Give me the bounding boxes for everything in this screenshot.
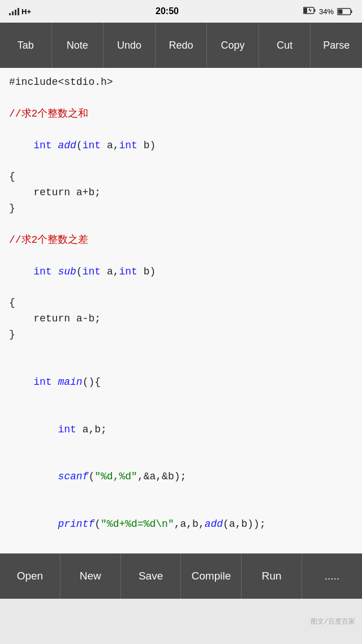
func-add: add xyxy=(58,140,76,151)
scanf-format: "%d,%d" xyxy=(94,471,137,482)
code-line-sub-decl: int sub(int a,int b) xyxy=(9,248,353,296)
code-line-include: #include<stdio.h> xyxy=(9,75,353,91)
top-toolbar: Tab Note Undo Redo Copy Cut Parse xyxy=(0,23,362,68)
compile-button[interactable]: Compile xyxy=(181,553,242,599)
open-button[interactable]: Open xyxy=(0,553,61,599)
time-display: 20:50 xyxy=(156,6,179,16)
code-line-scanf: scanf("%d,%d",&a,&b); xyxy=(9,453,353,501)
copy-button[interactable]: Copy xyxy=(207,23,259,68)
svg-rect-2 xyxy=(314,9,315,12)
indent3 xyxy=(33,518,58,530)
svg-rect-4 xyxy=(338,9,343,14)
code-line-int-ab: int a,b; xyxy=(9,406,353,454)
bottom-toolbar: Open New Save Compile Run ..... xyxy=(0,553,362,599)
add-param-a: a, xyxy=(107,140,119,151)
code-line-blank3 xyxy=(9,343,353,359)
watermark-text: 图文/百度百家 xyxy=(311,617,355,626)
run-button[interactable]: Run xyxy=(242,553,302,599)
save-button[interactable]: Save xyxy=(121,553,182,599)
sub-param-a: a, xyxy=(107,266,119,277)
keyword-int1: int xyxy=(33,140,58,151)
keyword-int2: int xyxy=(83,140,107,151)
printf1-add-call: add xyxy=(205,518,223,530)
battery-bar-icon xyxy=(337,8,353,15)
new-button[interactable]: New xyxy=(61,553,121,599)
note-button[interactable]: Note xyxy=(52,23,104,68)
printf1-add-args: (a,b)); xyxy=(223,518,266,530)
code-line-printf-sub: printf("%d-%d=%d\n",a,b,sub(a,b)); xyxy=(9,548,353,553)
printf1-paren: ( xyxy=(94,518,101,530)
redo-button[interactable]: Redo xyxy=(156,23,208,68)
code-line-brace2: } xyxy=(9,201,353,217)
printf1-args-ab: ,a,b, xyxy=(174,518,205,530)
parse-button[interactable]: Parse xyxy=(311,23,362,68)
code-line-return-add: return a+b; xyxy=(9,185,353,201)
code-line-brace4: } xyxy=(9,327,353,343)
func-scanf: scanf xyxy=(58,471,88,482)
battery-icon xyxy=(303,7,316,16)
signal-type: H+ xyxy=(21,7,31,16)
indent2 xyxy=(33,471,58,482)
keyword-int7: int xyxy=(33,376,58,388)
code-line-blank2 xyxy=(9,217,353,233)
scanf-paren-open: ( xyxy=(88,471,94,482)
printf1-format: "%d+%d=%d\n" xyxy=(101,518,174,530)
code-line-blank1 xyxy=(9,91,353,106)
cut-button[interactable]: Cut xyxy=(259,23,311,68)
code-line-return-sub: return a-b; xyxy=(9,311,353,327)
keyword-int3: int xyxy=(119,140,143,151)
func-sub: sub xyxy=(58,266,76,277)
main-parens: (){ xyxy=(83,376,101,388)
sub-params: ( xyxy=(76,266,83,277)
svg-rect-5 xyxy=(351,10,352,13)
keyword-int8: int xyxy=(58,424,82,435)
vars-ab: a,b; xyxy=(83,424,107,435)
keyword-int6: int xyxy=(119,266,143,277)
undo-button[interactable]: Undo xyxy=(104,23,156,68)
code-line-add-decl: int add(int a,int b) xyxy=(9,122,353,170)
indent1 xyxy=(33,424,58,435)
tab-button[interactable]: Tab xyxy=(0,23,52,68)
code-line-printf-add: printf("%d+%d=%d\n",a,b,add(a,b)); xyxy=(9,501,353,548)
battery-percent: 34% xyxy=(319,7,334,16)
code-line-brace3: { xyxy=(9,295,353,311)
func-main: main xyxy=(58,376,82,388)
code-line-comment1: //求2个整数之和 xyxy=(9,106,353,122)
func-printf1: printf xyxy=(58,518,94,530)
keyword-int4: int xyxy=(33,266,58,277)
code-line-brace1: { xyxy=(9,169,353,185)
code-line-main-decl: int main(){ xyxy=(9,359,353,406)
add-params: ( xyxy=(76,140,83,151)
more-button[interactable]: ..... xyxy=(302,553,362,599)
signal-area: H+ xyxy=(9,7,31,16)
status-bar: H+ 20:50 34% xyxy=(0,0,362,23)
svg-rect-1 xyxy=(304,8,307,13)
watermark-area: 图文/百度百家 xyxy=(0,599,362,644)
signal-bars xyxy=(9,7,19,15)
sub-param-b: b) xyxy=(144,266,156,277)
code-line-comment2: //求2个整数之差 xyxy=(9,233,353,248)
battery-area: 34% xyxy=(303,7,353,16)
keyword-int5: int xyxy=(83,266,107,277)
scanf-args: ,&a,&b); xyxy=(137,471,186,482)
add-param-b: b) xyxy=(144,140,156,151)
code-editor[interactable]: #include<stdio.h> //求2个整数之和 int add(int … xyxy=(0,68,362,553)
